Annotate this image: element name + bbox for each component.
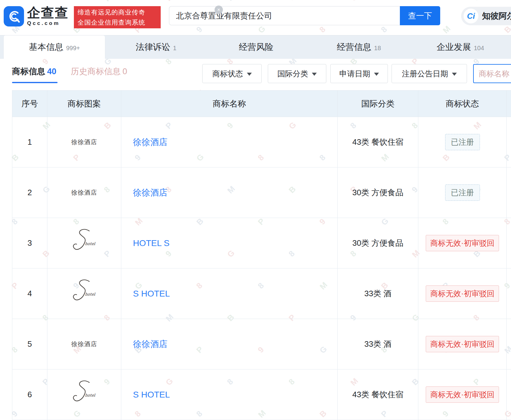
clipped-cell <box>507 117 511 168</box>
filter-label: 注册公告日期 <box>402 69 448 79</box>
filter-label: 国际分类 <box>277 69 308 79</box>
intl-class-value: 43类 餐饮住宿 <box>338 117 418 168</box>
brand-block: 企查查 Qcc.com <box>27 6 73 26</box>
intl-class-value: 33类 酒 <box>338 319 418 370</box>
zhibi-alpha-label: 知彼阿尔 <box>482 10 511 22</box>
svg-text:hotel: hotel <box>85 241 96 246</box>
serial-number: 4 <box>12 269 47 319</box>
main-tabbar: 基本信息 999+ 法律诉讼 1 经营风险 经营信息 18 企业发展 104 <box>0 35 511 59</box>
intl-class-value: 33类 酒 <box>338 269 418 319</box>
status-badge: 商标无效·初审驳回 <box>426 285 499 302</box>
qcc-logo-icon[interactable] <box>4 6 24 26</box>
clipped-cell <box>507 218 511 269</box>
col-intl-class: 国际分类 <box>338 91 418 117</box>
trademark-name-link[interactable]: S HOTEL <box>133 390 170 399</box>
filter-label: 商标状态 <box>212 69 243 79</box>
tab-basic-info[interactable]: 基本信息 999+ <box>3 35 105 59</box>
trademark-name-link[interactable]: 徐徐酒店 <box>133 188 167 197</box>
col-trademark-status: 商标状态 <box>418 91 507 117</box>
status-badge: 已注册 <box>445 184 480 201</box>
trademark-image-thumbnail[interactable]: hotel <box>69 278 100 309</box>
intl-class-value: 30类 方便食品 <box>338 168 418 218</box>
trademark-image-thumbnail[interactable]: 徐徐酒店 <box>71 340 97 348</box>
filter-intl-class[interactable]: 国际分类 <box>268 64 326 83</box>
table-row: 6 hotel S HOTEL 43类 餐饮住宿 商标无效·初审驳回 <box>12 370 511 420</box>
trademark-name-link[interactable]: S HOTEL <box>133 289 170 298</box>
slogan-banner: 缔造有远见的商业传奇 全国企业信用查询系统 <box>74 6 161 28</box>
tab-count: 104 <box>474 43 484 52</box>
serial-number: 2 <box>12 168 47 218</box>
clipped-cell <box>507 168 511 218</box>
trademark-name-link[interactable]: 徐徐酒店 <box>133 137 167 147</box>
table-row: 4 hotel S HOTEL 33类 酒 商标无效·初审驳回 <box>12 269 511 319</box>
subtab-active-underline <box>12 82 58 83</box>
status-badge: 商标无效·初审驳回 <box>426 235 499 251</box>
svg-text:hotel: hotel <box>85 393 96 398</box>
s-hotel-script-logo: hotel <box>69 379 100 409</box>
tab-operation-risk[interactable]: 经营风险 <box>207 35 308 59</box>
tab-legal-litigation[interactable]: 法律诉讼 1 <box>105 35 207 59</box>
status-badge: 已注册 <box>445 134 480 150</box>
s-hotel-script-logo: hotel <box>69 278 100 308</box>
tab-company-development[interactable]: 企业发展 104 <box>410 35 511 59</box>
col-trademark-image: 商标图案 <box>47 91 121 117</box>
chevron-down-icon <box>247 73 252 76</box>
intl-class-value: 43类 餐饮住宿 <box>338 370 418 420</box>
trademark-name-link[interactable]: HOTEL S <box>133 238 170 248</box>
trademark-name-filter-input[interactable] <box>473 64 511 83</box>
trademark-table: 序号 商标图案 商标名称 国际分类 商标状态 1 徐徐酒店 徐徐酒店 43类 餐… <box>12 90 511 420</box>
trademark-image-thumbnail[interactable]: 徐徐酒店 <box>71 138 97 146</box>
col-trademark-name: 商标名称 <box>121 91 338 117</box>
filter-trademark-status[interactable]: 商标状态 <box>202 64 262 83</box>
tab-label: 企业发展 <box>437 41 471 53</box>
search-button[interactable]: 查一下 <box>400 6 440 25</box>
subtab-label: 历史商标信息 <box>71 66 121 77</box>
subtab-count: 40 <box>47 67 56 76</box>
subtab-trademark-info[interactable]: 商标信息 40 <box>12 66 56 77</box>
subtab-label: 商标信息 <box>12 66 45 77</box>
subtab-count: 0 <box>123 67 127 76</box>
tab-label: 经营信息 <box>337 41 371 53</box>
zhibi-alpha-logo-icon: Ci <box>464 9 478 23</box>
trademark-image-thumbnail[interactable]: hotel <box>69 228 100 259</box>
serial-number: 6 <box>12 370 47 420</box>
slogan-line1: 缔造有远见的商业传奇 <box>78 7 161 17</box>
brand-domain: Qcc.com <box>27 20 73 26</box>
table-row: 5 徐徐酒店 徐徐酒店 33类 酒 商标无效·初审驳回 <box>12 319 511 370</box>
trademark-name-link[interactable]: 徐徐酒店 <box>133 339 167 349</box>
clipped-cell <box>507 269 511 319</box>
tab-label: 基本信息 <box>29 41 63 53</box>
serial-number: 3 <box>12 218 47 269</box>
page: 88MBP9G88MBP9G88MBP9G88MBP9G88MBP9G88MBP… <box>0 0 511 420</box>
col-clipped <box>507 91 511 117</box>
trademark-image-thumbnail[interactable]: 徐徐酒店 <box>71 189 97 196</box>
filter-registration-announcement-date[interactable]: 注册公告日期 <box>392 64 467 83</box>
table-row: 3 hotel HOTEL S 30类 方便食品 商标无效·初审驳回 <box>12 218 511 269</box>
zhibi-alpha-pill[interactable]: Ci 知彼阿尔 <box>461 7 511 25</box>
col-serial: 序号 <box>12 91 47 117</box>
chevron-down-icon <box>374 73 379 76</box>
svg-text:hotel: hotel <box>85 292 96 297</box>
serial-number: 5 <box>12 319 47 370</box>
brand-name: 企查查 <box>27 6 73 20</box>
serial-number: 1 <box>12 117 47 168</box>
clear-search-icon[interactable]: × <box>215 6 223 14</box>
status-badge: 商标无效·初审驳回 <box>426 336 499 352</box>
tab-label: 法律诉讼 <box>136 41 170 53</box>
table-row: 2 徐徐酒店 徐徐酒店 30类 方便食品 已注册 <box>12 168 511 218</box>
subtab-history-trademark-info[interactable]: 历史商标信息 0 <box>71 66 127 77</box>
intl-class-value: 30类 方便食品 <box>338 218 418 269</box>
table-row: 1 徐徐酒店 徐徐酒店 43类 餐饮住宿 已注册 <box>12 117 511 168</box>
filter-apply-date[interactable]: 申请日期 <box>330 64 388 83</box>
status-badge: 商标无效·初审驳回 <box>426 386 499 403</box>
slogan-line2: 全国企业信用查询系统 <box>78 17 161 27</box>
clipped-cell <box>507 370 511 420</box>
search-input[interactable] <box>169 6 400 25</box>
search-bar: 查一下 <box>169 6 440 25</box>
chevron-down-icon <box>452 73 457 76</box>
tab-count: 1 <box>173 43 176 52</box>
tab-operation-info[interactable]: 经营信息 18 <box>308 35 409 59</box>
tab-count: 999+ <box>66 43 80 52</box>
trademark-image-thumbnail[interactable]: hotel <box>69 379 100 410</box>
tab-label: 经营风险 <box>239 41 273 53</box>
